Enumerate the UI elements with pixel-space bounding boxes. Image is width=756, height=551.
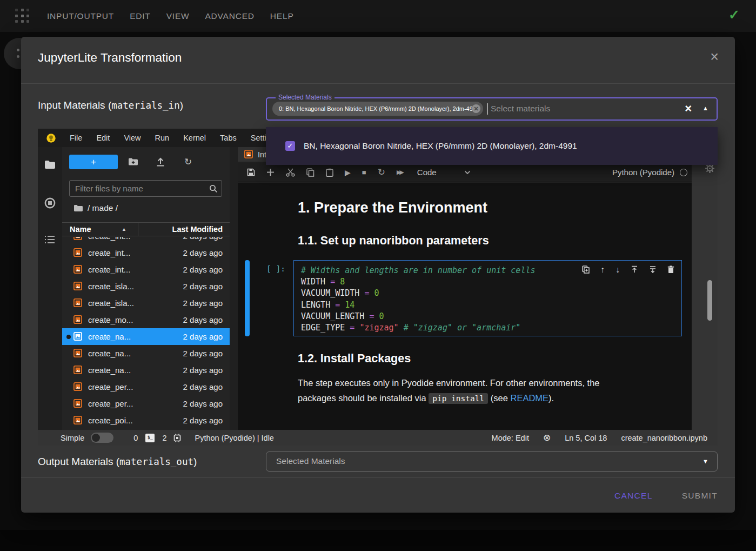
column-last-modified[interactable]: Last Modified (172, 225, 223, 234)
restart-kernel-icon[interactable]: ↻ (378, 168, 385, 177)
jmenu-tabs[interactable]: Tabs (213, 134, 244, 142)
jmenu-view[interactable]: View (117, 134, 148, 142)
dropdown-option-label[interactable]: BN, Hexagonal Boron Nitride, HEX (P6/mmm… (304, 141, 577, 151)
jmenu-kernel[interactable]: Kernel (176, 134, 213, 142)
code-cell[interactable]: # Widths and lengths are in number of un… (293, 260, 682, 336)
running-kernels-tab-icon[interactable] (44, 197, 56, 209)
restart-run-all-icon[interactable]: ▶▶ (397, 169, 403, 175)
copy-cells-icon[interactable] (306, 168, 315, 177)
clear-selection-icon[interactable]: × (685, 102, 692, 116)
editor-mode[interactable]: Mode: Edit (492, 434, 529, 442)
output-select-value: Selected Materials (276, 456, 345, 466)
jupyter-left-rail (38, 147, 62, 430)
code-line[interactable]: WIDTH = 8 (301, 276, 674, 288)
cell-type-select[interactable]: Code (417, 168, 437, 177)
file-row[interactable]: create_per... 2 days ago (62, 395, 230, 412)
cell-type-chevron-icon[interactable] (464, 170, 471, 175)
notebook-file-icon (73, 349, 83, 358)
file-row[interactable]: create_int... 2 days ago (62, 244, 230, 261)
notebook-file-icon (73, 332, 83, 341)
delete-cell-icon[interactable] (667, 265, 674, 274)
notebook-file-icon (73, 315, 83, 324)
upload-icon[interactable] (156, 157, 165, 167)
save-icon[interactable] (247, 168, 255, 176)
table-of-contents-tab-icon[interactable] (44, 235, 55, 244)
jmenu-file[interactable]: File (63, 134, 89, 142)
file-row[interactable]: create_per... 2 days ago (62, 379, 230, 395)
collapse-dropdown-icon[interactable]: ▲ (703, 105, 708, 111)
code-line[interactable]: LENGTH = 14 (301, 300, 674, 311)
menu-edit[interactable]: EDIT (130, 11, 151, 21)
file-row[interactable]: create_int... 2 days ago (62, 261, 230, 278)
checkbox-checked-icon[interactable]: ✓ (285, 141, 295, 151)
terminals-count[interactable]: 0 (133, 434, 138, 442)
notebook-file-icon (73, 237, 83, 241)
chip-remove-icon[interactable]: ✕ (472, 104, 480, 113)
move-cell-up-icon[interactable]: ↑ (600, 265, 605, 274)
file-row[interactable]: create_int... 2 days ago (62, 237, 230, 244)
kernel-name[interactable]: Python (Pyodide) (612, 168, 674, 177)
readme-link[interactable]: README (511, 393, 549, 403)
kernel-status-text[interactable]: Python (Pyodide) | Idle (195, 434, 273, 442)
kernels-count[interactable]: 2 (162, 434, 166, 442)
code-line[interactable]: EDGE_TYPE = "zigzag" # "zigzag" or "armc… (301, 322, 674, 334)
close-icon[interactable]: × (710, 50, 719, 64)
code-line[interactable]: VACUUM_WIDTH = 0 (301, 288, 674, 299)
cursor-position[interactable]: Ln 5, Col 18 (565, 434, 607, 442)
file-row[interactable]: create_mo... 2 days ago (62, 311, 230, 328)
file-row[interactable]: create_na... 2 days ago (62, 345, 230, 362)
cancel-button[interactable]: CANCEL (614, 491, 653, 501)
sort-ascending-icon[interactable]: ▲ (122, 227, 126, 232)
jmenu-run[interactable]: Run (148, 134, 177, 142)
duplicate-cell-icon[interactable] (582, 265, 590, 274)
interrupt-kernel-icon[interactable]: ■ (362, 169, 366, 176)
breadcrumb-path[interactable]: / made / (88, 203, 118, 213)
notebook-heading-1-2: 1.2. Install Packages (298, 352, 411, 366)
file-modified: 2 days ago (183, 265, 223, 274)
app-menu: INPUT/OUTPUT EDIT VIEW ADVANCED HELP (47, 0, 294, 32)
insert-cell-icon[interactable] (266, 168, 275, 176)
output-materials-select[interactable]: Selected Materials ▼ (266, 452, 718, 472)
notebook-file-icon (73, 282, 83, 291)
code-lines[interactable]: # Widths and lengths are in number of un… (301, 265, 674, 334)
refresh-icon[interactable]: ↻ (184, 157, 192, 167)
breadcrumb[interactable]: / made / (73, 203, 118, 213)
notebook-file-icon (73, 366, 83, 375)
file-row[interactable]: create_isla... 2 days ago (62, 295, 230, 311)
notebook-scrollbar-thumb[interactable] (707, 280, 712, 321)
simple-mode-toggle[interactable] (91, 433, 113, 443)
run-cell-icon[interactable]: ▶ (345, 169, 351, 176)
file-name: create_poi... (88, 416, 183, 425)
file-row[interactable]: create_poi... 2 days ago (62, 412, 230, 429)
file-row[interactable]: create_na... 2 days ago (62, 328, 230, 345)
file-browser-tab-icon[interactable] (44, 160, 56, 169)
insert-cell-above-icon[interactable] (631, 265, 638, 274)
new-launcher-button[interactable]: + (69, 155, 118, 169)
filter-files-input[interactable] (69, 180, 222, 197)
paste-cells-icon[interactable] (326, 168, 333, 177)
column-name[interactable]: Name (70, 225, 91, 234)
screen: INPUT/OUTPUT EDIT VIEW ADVANCED HELP ✓ J… (0, 0, 756, 551)
menu-advanced[interactable]: ADVANCED (205, 11, 254, 21)
submit-button[interactable]: SUBMIT (682, 491, 718, 501)
new-folder-icon[interactable] (128, 157, 138, 166)
select-materials-placeholder[interactable]: Select materials (491, 104, 550, 114)
notebook-content[interactable]: 1. Prepare the Environment 1.1. Set up n… (238, 183, 692, 430)
file-name: create_per... (88, 399, 183, 408)
app-logo-icon[interactable] (15, 9, 30, 24)
menu-help[interactable]: HELP (270, 11, 294, 21)
insert-cell-below-icon[interactable] (649, 265, 657, 274)
jmenu-edit[interactable]: Edit (89, 134, 117, 142)
file-row[interactable]: create_na... 2 days ago (62, 362, 230, 379)
code-line[interactable]: VACUUM_LENGTH = 0 (301, 311, 674, 322)
expand-dropdown-icon: ▼ (703, 458, 708, 464)
menu-view[interactable]: VIEW (166, 11, 190, 21)
file-row[interactable]: create_isla... 2 days ago (62, 278, 230, 295)
selected-materials-field[interactable]: Selected Materials 0: BN, Hexagonal Boro… (266, 97, 718, 121)
background-band (0, 530, 756, 551)
material-chip[interactable]: 0: BN, Hexagonal Boron Nitride, HEX (P6/… (272, 102, 483, 116)
inline-code: pip install (429, 393, 488, 404)
menu-input-output[interactable]: INPUT/OUTPUT (47, 11, 114, 21)
cut-cells-icon[interactable] (286, 168, 295, 177)
move-cell-down-icon[interactable]: ↓ (615, 265, 620, 274)
